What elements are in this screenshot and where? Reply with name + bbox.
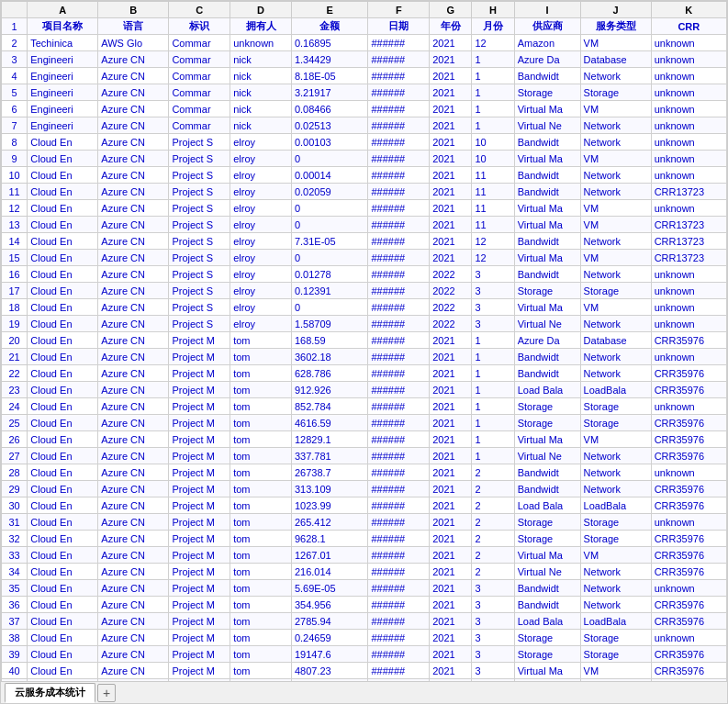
cell-33-10[interactable]: CRR35976	[651, 547, 726, 564]
cell-40-0[interactable]: Cloud En	[28, 663, 98, 679]
header-cell-H1[interactable]: 月份	[472, 18, 514, 35]
cell-11-6[interactable]: 2021	[430, 184, 472, 200]
cell-6-9[interactable]: VM	[580, 101, 651, 117]
cell-19-2[interactable]: Project S	[169, 316, 230, 332]
cell-7-1[interactable]: Azure CN	[98, 117, 169, 134]
cell-41-2[interactable]: Project M	[169, 679, 230, 682]
cell-5-5[interactable]: ######	[368, 84, 430, 101]
cell-13-4[interactable]: 0	[291, 217, 367, 233]
cell-34-5[interactable]: ######	[368, 564, 430, 580]
cell-34-6[interactable]: 2021	[430, 564, 472, 580]
cell-31-3[interactable]: tom	[230, 514, 292, 531]
cell-37-5[interactable]: ######	[368, 613, 430, 630]
cell-22-5[interactable]: ######	[368, 365, 430, 382]
cell-27-3[interactable]: tom	[230, 448, 292, 464]
cell-8-10[interactable]: unknown	[651, 134, 726, 151]
cell-14-7[interactable]: 12	[472, 233, 514, 250]
cell-28-2[interactable]: Project M	[169, 464, 230, 481]
cell-21-6[interactable]: 2021	[430, 349, 472, 365]
cell-24-1[interactable]: Azure CN	[98, 398, 169, 415]
cell-31-2[interactable]: Project M	[169, 514, 230, 531]
cell-27-9[interactable]: Network	[580, 448, 651, 464]
cell-4-5[interactable]: ######	[368, 68, 430, 84]
cell-13-6[interactable]: 2021	[430, 217, 472, 233]
cell-10-6[interactable]: 2021	[430, 167, 472, 184]
cell-13-7[interactable]: 11	[472, 217, 514, 233]
cell-5-2[interactable]: Commar	[169, 84, 230, 101]
cell-2-6[interactable]: 2021	[430, 35, 472, 51]
cell-22-10[interactable]: CRR35976	[651, 365, 726, 382]
cell-10-2[interactable]: Project S	[169, 167, 230, 184]
header-cell-B1[interactable]: 语言	[98, 18, 169, 35]
cell-4-6[interactable]: 2021	[430, 68, 472, 84]
cell-34-2[interactable]: Project M	[169, 564, 230, 580]
cell-32-5[interactable]: ######	[368, 531, 430, 547]
cell-9-7[interactable]: 10	[472, 151, 514, 167]
cell-15-5[interactable]: ######	[368, 250, 430, 266]
cell-15-6[interactable]: 2021	[430, 250, 472, 266]
cell-12-2[interactable]: Project S	[169, 200, 230, 217]
cell-25-3[interactable]: tom	[230, 415, 292, 431]
cell-28-8[interactable]: Bandwidt	[514, 464, 580, 481]
cell-30-7[interactable]: 2	[472, 497, 514, 514]
cell-21-8[interactable]: Bandwidt	[514, 349, 580, 365]
cell-2-7[interactable]: 12	[472, 35, 514, 51]
cell-3-9[interactable]: Database	[580, 51, 651, 68]
cell-13-1[interactable]: Azure CN	[98, 217, 169, 233]
cell-12-1[interactable]: Azure CN	[98, 200, 169, 217]
cell-36-2[interactable]: Project M	[169, 597, 230, 613]
cell-15-8[interactable]: Virtual Ma	[514, 250, 580, 266]
cell-16-1[interactable]: Azure CN	[98, 266, 169, 283]
cell-6-1[interactable]: Azure CN	[98, 101, 169, 117]
cell-22-3[interactable]: tom	[230, 365, 292, 382]
cell-14-8[interactable]: Bandwidt	[514, 233, 580, 250]
cell-22-0[interactable]: Cloud En	[28, 365, 98, 382]
cell-16-7[interactable]: 3	[472, 266, 514, 283]
cell-25-8[interactable]: Storage	[514, 415, 580, 431]
cell-12-6[interactable]: 2021	[430, 200, 472, 217]
cell-21-4[interactable]: 3602.18	[291, 349, 367, 365]
cell-27-5[interactable]: ######	[368, 448, 430, 464]
cell-26-8[interactable]: Virtual Ma	[514, 431, 580, 448]
cell-25-6[interactable]: 2021	[430, 415, 472, 431]
cell-11-3[interactable]: elroy	[230, 184, 292, 200]
cell-13-9[interactable]: VM	[580, 217, 651, 233]
sheet-tab-active[interactable]: 云服务成本统计	[5, 683, 95, 703]
cell-41-8[interactable]: ...	[514, 679, 580, 682]
cell-39-5[interactable]: ######	[368, 646, 430, 663]
cell-17-3[interactable]: elroy	[230, 283, 292, 299]
cell-25-1[interactable]: Azure CN	[98, 415, 169, 431]
cell-37-8[interactable]: Load Bala	[514, 613, 580, 630]
cell-16-2[interactable]: Project S	[169, 266, 230, 283]
cell-4-3[interactable]: nick	[230, 68, 292, 84]
cell-30-4[interactable]: 1023.99	[291, 497, 367, 514]
cell-15-3[interactable]: elroy	[230, 250, 292, 266]
cell-14-9[interactable]: Network	[580, 233, 651, 250]
cell-3-0[interactable]: Engineeri	[28, 51, 98, 68]
cell-22-4[interactable]: 628.786	[291, 365, 367, 382]
header-cell-G1[interactable]: 年份	[430, 18, 472, 35]
header-cell-C1[interactable]: 标识	[169, 18, 230, 35]
cell-37-6[interactable]: 2021	[430, 613, 472, 630]
cell-13-8[interactable]: Virtual Ma	[514, 217, 580, 233]
cell-17-9[interactable]: Storage	[580, 283, 651, 299]
cell-3-8[interactable]: Azure Da	[514, 51, 580, 68]
cell-12-5[interactable]: ######	[368, 200, 430, 217]
cell-24-8[interactable]: Storage	[514, 398, 580, 415]
cell-25-2[interactable]: Project M	[169, 415, 230, 431]
cell-31-4[interactable]: 265.412	[291, 514, 367, 531]
cell-30-2[interactable]: Project M	[169, 497, 230, 514]
cell-9-0[interactable]: Cloud En	[28, 151, 98, 167]
cell-7-10[interactable]: unknown	[651, 117, 726, 134]
cell-31-1[interactable]: Azure CN	[98, 514, 169, 531]
cell-26-2[interactable]: Project M	[169, 431, 230, 448]
cell-28-0[interactable]: Cloud En	[28, 464, 98, 481]
cell-41-4[interactable]: ...	[291, 679, 367, 682]
cell-18-0[interactable]: Cloud En	[28, 299, 98, 316]
cell-8-3[interactable]: elroy	[230, 134, 292, 151]
cell-29-3[interactable]: tom	[230, 481, 292, 497]
cell-20-2[interactable]: Project M	[169, 332, 230, 349]
cell-12-8[interactable]: Virtual Ma	[514, 200, 580, 217]
cell-23-9[interactable]: LoadBala	[580, 382, 651, 398]
cell-19-5[interactable]: ######	[368, 316, 430, 332]
